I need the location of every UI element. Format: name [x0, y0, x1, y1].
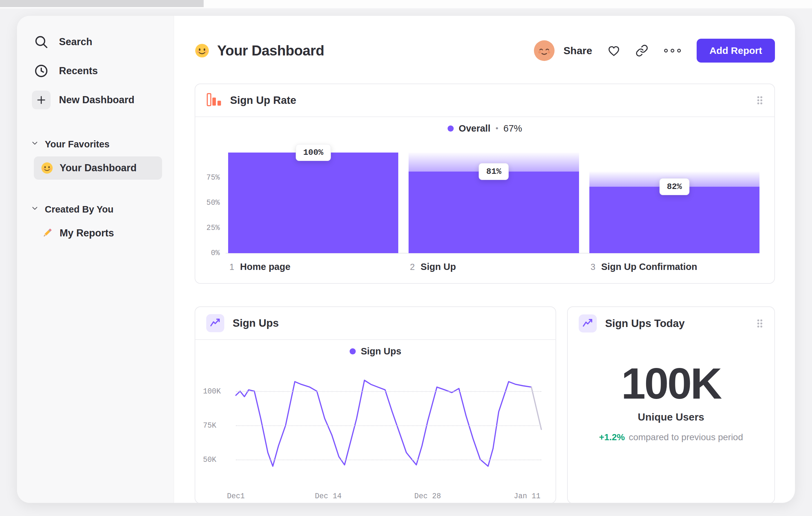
legend-dot: [447, 126, 454, 132]
drag-handle-icon[interactable]: [756, 95, 763, 105]
signups-line-svg: [236, 374, 541, 480]
page-title: Your Dashboard: [195, 43, 324, 59]
legend-value: 67%: [503, 123, 522, 134]
step-number: 1: [229, 262, 234, 272]
funnel-columns: 100%1Home page81%2Sign Up82%3Sign Up Con…: [228, 153, 759, 272]
funnel-value-tooltip: 100%: [296, 144, 330, 161]
search-icon: [32, 33, 51, 51]
step-name: Home page: [240, 262, 290, 272]
kpi-report-card: Sign Ups Today 100K Unique Users +1.2% c…: [567, 306, 775, 503]
sidebar-item-new-dashboard[interactable]: New Dashboard: [17, 85, 174, 114]
clock-icon: [32, 62, 51, 80]
legend-dot: [350, 348, 356, 354]
add-report-button[interactable]: Add Report: [697, 39, 775, 62]
sidebar-item-label: My Reports: [60, 227, 114, 239]
user-avatar[interactable]: [534, 40, 555, 61]
funnel-bar-area: 100%: [228, 153, 398, 253]
funnel-card-header: Sign Up Rate: [195, 84, 774, 117]
section-label: Your Favorites: [45, 139, 110, 150]
line-chart-icon: [579, 315, 597, 332]
y-tick-label: 50K: [203, 456, 233, 464]
sidebar-item-search[interactable]: Search: [17, 27, 174, 56]
sidebar-item-label: New Dashboard: [59, 94, 134, 106]
funnel-legend: Overall • 67%: [195, 117, 774, 140]
section-your-favorites[interactable]: Your Favorites: [17, 135, 174, 153]
funnel-value-tooltip: 82%: [659, 178, 689, 195]
legend-label: Sign Ups: [361, 346, 402, 357]
plus-icon: [32, 91, 51, 109]
main-content: Your Dashboard Share: [174, 16, 795, 503]
browser-top-strip: [0, 0, 204, 7]
smiley-emoji-icon: [195, 43, 209, 58]
funnel-step-label: 3Sign Up Confirmation: [589, 253, 759, 272]
gridline: 100K: [236, 391, 541, 392]
sidebar-item-my-reports[interactable]: My Reports: [34, 222, 162, 245]
kpi-body: 100K Unique Users +1.2% compared to prev…: [568, 340, 774, 442]
sidebar-item-label: Recents: [59, 65, 98, 77]
kpi-value: 100K: [621, 360, 721, 407]
sidebar: Search Recents New Dashboard Your Favori…: [17, 16, 174, 503]
kpi-card-header: Sign Ups Today: [568, 307, 774, 340]
app-window: Search Recents New Dashboard Your Favori…: [17, 16, 795, 503]
line-plot: 100K75K50KDec1Dec 14Dec 28Jan 11: [236, 374, 541, 480]
funnel-chart: 75%50%25%0% 100%1Home page81%2Sign Up82%…: [195, 140, 774, 283]
x-tick-label: Dec 14: [315, 492, 342, 500]
gridline: 75K: [236, 425, 541, 426]
chevron-down-icon: [31, 204, 39, 215]
step-name: Sign Up: [420, 262, 456, 272]
funnel-value-tooltip: 81%: [479, 163, 509, 180]
more-options-icon[interactable]: [663, 48, 682, 54]
kpi-delta: +1.2% compared to previous period: [599, 432, 743, 442]
y-tick-label: 75%: [207, 173, 220, 182]
smiley-emoji-icon: [41, 162, 53, 174]
section-created-by-you[interactable]: Created By You: [17, 200, 174, 218]
x-tick-label: Dec1: [227, 492, 244, 500]
funnel-step-label: 1Home page: [228, 253, 398, 272]
y-tick-label: 50%: [207, 199, 220, 207]
plus-tile: [32, 91, 51, 109]
favorite-heart-icon[interactable]: [607, 44, 620, 57]
x-tick-label: Jan 11: [514, 492, 540, 500]
x-tick-label: Dec 28: [414, 492, 441, 500]
sidebar-item-your-dashboard[interactable]: Your Dashboard: [34, 156, 162, 180]
card-title: Sign Up Rate: [230, 94, 296, 106]
funnel-y-axis: 75%50%25%0%: [200, 153, 228, 253]
kpi-delta-percent: +1.2%: [599, 432, 625, 442]
funnel-step-column[interactable]: 82%3Sign Up Confirmation: [589, 153, 759, 272]
sidebar-item-label: Your Dashboard: [60, 162, 137, 174]
funnel-bar[interactable]: [409, 171, 579, 253]
funnel-step-label: 2Sign Up: [409, 253, 579, 272]
y-tick-label: 0%: [211, 249, 220, 257]
line-report-card: Sign Ups Sign Ups 100K75K50KDec1Dec 14De…: [195, 306, 556, 503]
share-label: Share: [563, 45, 592, 57]
cards-row: Sign Ups Sign Ups 100K75K50KDec1Dec 14De…: [195, 306, 775, 503]
funnel-report-card: Sign Up Rate Overall • 67% 75%50%25%0% 1…: [195, 84, 775, 284]
header-actions: Share Add Report: [534, 39, 775, 62]
y-tick-label: 25%: [207, 224, 220, 232]
legend-label: Overall: [459, 123, 490, 134]
line-legend: Sign Ups: [195, 340, 555, 362]
drag-handle-icon[interactable]: [756, 318, 763, 329]
kpi-delta-description: compared to previous period: [629, 432, 743, 442]
step-number: 3: [591, 262, 596, 272]
sidebar-item-label: Search: [59, 36, 92, 48]
kpi-label: Unique Users: [638, 411, 704, 423]
funnel-bar[interactable]: [228, 153, 398, 253]
section-label: Created By You: [45, 204, 113, 215]
funnel-bar-area: 81%: [409, 153, 579, 253]
page-title-text: Your Dashboard: [217, 43, 324, 59]
line-card-header: Sign Ups: [195, 307, 555, 340]
pencil-emoji-icon: [41, 227, 53, 239]
share-button[interactable]: Share: [534, 40, 592, 61]
chevron-down-icon: [31, 139, 39, 150]
funnel-step-column[interactable]: 100%1Home page: [228, 153, 398, 272]
sidebar-item-recents[interactable]: Recents: [17, 56, 174, 85]
funnel-bar[interactable]: [589, 187, 759, 253]
dashboard-header: Your Dashboard Share: [195, 34, 775, 67]
y-tick-label: 75K: [203, 422, 233, 430]
funnel-bar-area: 82%: [589, 153, 759, 253]
copy-link-icon[interactable]: [635, 44, 648, 57]
funnel-step-column[interactable]: 81%2Sign Up: [409, 153, 579, 272]
funnel-chart-icon: [206, 92, 222, 109]
legend-separator: •: [496, 124, 498, 133]
